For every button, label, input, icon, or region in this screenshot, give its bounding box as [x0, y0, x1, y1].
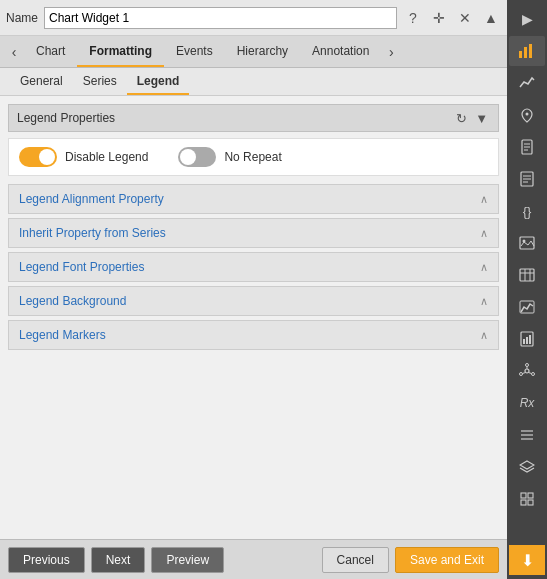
- chart-area-icon[interactable]: [509, 68, 545, 98]
- legend-alignment-title: Legend Alignment Property: [19, 192, 164, 206]
- document-icon[interactable]: [509, 132, 545, 162]
- save-exit-button[interactable]: Save and Exit: [395, 547, 499, 573]
- tab-next-button[interactable]: ›: [381, 36, 401, 67]
- legend-font-arrow: ∧: [480, 261, 488, 274]
- grid-icon[interactable]: [509, 484, 545, 514]
- legend-alignment-arrow: ∧: [480, 193, 488, 206]
- sub-tab-general[interactable]: General: [10, 68, 73, 95]
- legend-alignment-section[interactable]: Legend Alignment Property ∧: [8, 184, 499, 214]
- expand-button[interactable]: ▼: [473, 111, 490, 126]
- svg-point-25: [532, 373, 535, 376]
- svg-rect-34: [521, 493, 526, 498]
- code-icon[interactable]: {}: [509, 196, 545, 226]
- content-area: Legend Properties ↻ ▼ Disable Legend No …: [0, 96, 507, 539]
- no-repeat-toggle[interactable]: [178, 147, 216, 167]
- previous-button[interactable]: Previous: [8, 547, 85, 573]
- svg-rect-37: [528, 500, 533, 505]
- svg-rect-36: [521, 500, 526, 505]
- next-button[interactable]: Next: [91, 547, 146, 573]
- download-icon[interactable]: ⬇: [509, 545, 545, 575]
- svg-point-3: [526, 113, 529, 116]
- right-sidebar: ▶ {}: [507, 0, 547, 579]
- nodes-icon[interactable]: [509, 356, 545, 386]
- inherit-property-title: Inherit Property from Series: [19, 226, 166, 240]
- svg-point-26: [520, 373, 523, 376]
- svg-line-29: [523, 373, 526, 374]
- legend-font-section[interactable]: Legend Font Properties ∧: [8, 252, 499, 282]
- svg-rect-22: [529, 335, 531, 344]
- layers-icon[interactable]: [509, 452, 545, 482]
- svg-rect-0: [519, 51, 522, 58]
- inherit-property-section[interactable]: Inherit Property from Series ∧: [8, 218, 499, 248]
- tab-bar: ‹ Chart Formatting Events Hierarchy Anno…: [0, 36, 507, 68]
- tab-events[interactable]: Events: [164, 36, 225, 67]
- legend-background-section[interactable]: Legend Background ∧: [8, 286, 499, 316]
- tab-annotation[interactable]: Annotation: [300, 36, 381, 67]
- map-icon[interactable]: [509, 100, 545, 130]
- rx-icon[interactable]: Rx: [509, 388, 545, 418]
- legend-font-title: Legend Font Properties: [19, 260, 144, 274]
- report-icon[interactable]: [509, 324, 545, 354]
- no-repeat-item: No Repeat: [178, 147, 281, 167]
- disable-legend-knob: [39, 149, 55, 165]
- widget-title-input[interactable]: [44, 7, 397, 29]
- tab-hierarchy[interactable]: Hierarchy: [225, 36, 300, 67]
- legend-markers-title: Legend Markers: [19, 328, 106, 342]
- svg-marker-33: [520, 461, 534, 469]
- cancel-button[interactable]: Cancel: [322, 547, 389, 573]
- legend-properties-header: Legend Properties ↻ ▼: [8, 104, 499, 132]
- disable-legend-label: Disable Legend: [65, 150, 148, 164]
- svg-rect-1: [524, 47, 527, 58]
- svg-rect-35: [528, 493, 533, 498]
- chart-bar-icon[interactable]: [509, 36, 545, 66]
- legend-markers-section[interactable]: Legend Markers ∧: [8, 320, 499, 350]
- close-button[interactable]: ✕: [455, 8, 475, 28]
- main-panel: Name ? ✛ ✕ ▲ ‹ Chart Formatting Events H…: [0, 0, 507, 579]
- collapse-button[interactable]: ▲: [481, 8, 501, 28]
- page-icon[interactable]: [509, 164, 545, 194]
- name-label: Name: [6, 11, 38, 25]
- help-button[interactable]: ?: [403, 8, 423, 28]
- table-icon[interactable]: [509, 260, 545, 290]
- no-repeat-label: No Repeat: [224, 150, 281, 164]
- svg-point-24: [526, 364, 529, 367]
- chart-line-icon[interactable]: [509, 292, 545, 322]
- disable-legend-toggle[interactable]: [19, 147, 57, 167]
- disable-legend-item: Disable Legend: [19, 147, 148, 167]
- list-icon[interactable]: [509, 420, 545, 450]
- tab-chart[interactable]: Chart: [24, 36, 77, 67]
- sub-tab-series[interactable]: Series: [73, 68, 127, 95]
- footer: Previous Next Preview Cancel Save and Ex…: [0, 539, 507, 579]
- legend-properties-title: Legend Properties: [17, 111, 115, 125]
- no-repeat-knob: [180, 149, 196, 165]
- refresh-button[interactable]: ↻: [454, 111, 469, 126]
- legend-markers-arrow: ∧: [480, 329, 488, 342]
- svg-line-28: [529, 373, 532, 374]
- tab-prev-button[interactable]: ‹: [4, 36, 24, 67]
- move-button[interactable]: ✛: [429, 8, 449, 28]
- legend-background-title: Legend Background: [19, 294, 126, 308]
- inherit-property-arrow: ∧: [480, 227, 488, 240]
- svg-point-23: [525, 369, 529, 373]
- tab-formatting[interactable]: Formatting: [77, 36, 164, 67]
- svg-rect-2: [529, 44, 532, 58]
- header: Name ? ✛ ✕ ▲: [0, 0, 507, 36]
- toggle-row: Disable Legend No Repeat: [8, 138, 499, 176]
- sub-tab-bar: General Series Legend: [0, 68, 507, 96]
- sub-tab-legend[interactable]: Legend: [127, 68, 190, 95]
- svg-rect-20: [523, 339, 525, 344]
- legend-background-arrow: ∧: [480, 295, 488, 308]
- section-actions: ↻ ▼: [454, 111, 490, 126]
- svg-rect-21: [526, 337, 528, 344]
- svg-rect-14: [520, 269, 534, 281]
- image-icon[interactable]: [509, 228, 545, 258]
- collapse-sidebar-icon[interactable]: ▶: [509, 4, 545, 34]
- preview-button[interactable]: Preview: [151, 547, 224, 573]
